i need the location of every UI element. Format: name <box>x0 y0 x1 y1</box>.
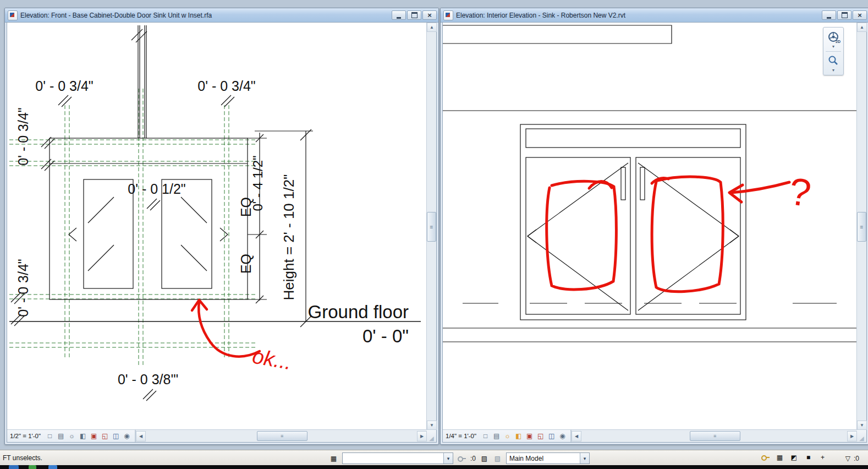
scroll-left-arrow[interactable]: ◀ <box>136 431 146 441</box>
left-bottom-bar: 1/2" = 1'-0" □ ▤ ☼ ◧ ▣ ◱ ◫ ◉ ◀ ≡ ▶ ◢ <box>7 429 436 442</box>
exclude-options-icon[interactable]: ▧ <box>493 454 502 463</box>
visual-style-icon[interactable]: ▤ <box>491 432 502 441</box>
select-pinned-icon[interactable]: ■ <box>804 452 813 462</box>
editable-only-key-icon[interactable] <box>457 454 466 463</box>
close-button[interactable]: × <box>853 10 867 20</box>
wheel-options-dropdown[interactable]: ▾ <box>832 44 834 49</box>
scroll-up-arrow[interactable]: ▲ <box>427 23 437 32</box>
sun-path-icon[interactable]: ◧ <box>78 432 88 441</box>
select-link-icon[interactable]: ◩ <box>789 452 799 462</box>
reveal-hidden-icon[interactable]: ◉ <box>122 432 132 441</box>
dim-side-label: 0' - 4 1/2" <box>250 155 265 211</box>
family-elevation-svg: 0' - 0 3/4" 0' - 0 3/4" 0' - 0 3/4" 0' -… <box>7 23 427 429</box>
detail-level-icon[interactable]: □ <box>45 432 55 441</box>
shadows-icon[interactable]: ☼ <box>67 432 77 441</box>
dim-eq-lower-label: EQ <box>238 254 254 274</box>
worksets-icon[interactable]: ▦ <box>329 454 338 463</box>
scroll-up-arrow[interactable]: ▲ <box>857 23 867 32</box>
taskbar-app-icon[interactable] <box>9 465 19 469</box>
right-horizontal-scrollbar[interactable]: ◀ ≡ ▶ <box>571 430 857 442</box>
dim-left-upper-label: 0' - 0 3/4" <box>15 107 31 165</box>
maximize-button[interactable] <box>407 10 421 20</box>
design-options-value: Main Model <box>507 455 580 462</box>
dim-height-label: Height = 2' - 10 1/2" <box>281 174 297 301</box>
minimize-icon <box>397 17 401 19</box>
crop-region-icon[interactable]: ◱ <box>100 432 110 441</box>
zoom-button[interactable] <box>825 53 842 68</box>
vertical-scroll-thumb[interactable]: ≡ <box>857 212 866 242</box>
red-scribble-left-door <box>547 181 617 290</box>
filter-icon[interactable]: ▽ <box>843 454 853 463</box>
dim-top-left-label: 0' - 0 3/4" <box>35 78 93 94</box>
window-family-elevation: Elevation: Front - Base Cabinet-Double D… <box>4 8 439 445</box>
reveal-hidden-icon[interactable]: ◉ <box>557 432 568 441</box>
temporary-hide-isolate-icon[interactable]: ◫ <box>111 432 121 441</box>
editable-only-count: :0 <box>470 455 476 462</box>
right-window-client: ? 2D ▾ <box>442 22 867 443</box>
navbar-divider <box>826 51 841 52</box>
taskbar-app-icon[interactable] <box>48 465 57 469</box>
vertical-scroll-thumb[interactable]: ≡ <box>427 212 436 242</box>
maximize-button[interactable] <box>837 10 851 20</box>
sun-path-icon[interactable]: ◧ <box>513 432 524 441</box>
window-resize-grip[interactable]: ◢ <box>857 430 866 442</box>
wheel-2d-label: 2D <box>836 40 840 43</box>
scroll-left-arrow[interactable]: ◀ <box>572 431 581 441</box>
red-arrow-annotation <box>192 300 260 357</box>
right-window-titlebar[interactable]: Elevation: Interior Elevation - Sink - R… <box>441 8 868 23</box>
right-drawing-area[interactable]: ? 2D ▾ <box>443 23 857 430</box>
left-vertical-scrollbar[interactable]: ▲ ≡ ▼ <box>426 23 436 430</box>
level-elevation-label: 0' - 0" <box>362 326 409 346</box>
navigation-bar[interactable]: 2D ▾ ▾ <box>823 27 844 75</box>
drag-on-selection-icon[interactable]: + <box>818 452 827 462</box>
magnifier-icon <box>828 55 839 66</box>
detail-level-icon[interactable]: □ <box>480 432 491 441</box>
scroll-right-arrow[interactable]: ▶ <box>417 431 427 441</box>
temporary-hide-isolate-icon[interactable]: ◫ <box>546 432 557 441</box>
left-horizontal-scrollbar[interactable]: ◀ ≡ ▶ <box>135 430 427 442</box>
crop-view-icon[interactable]: ▣ <box>524 432 535 441</box>
editing-requests-icon[interactable] <box>761 452 770 462</box>
design-options-icon[interactable]: ▨ <box>480 454 489 463</box>
horizontal-scroll-thumb[interactable]: ≡ <box>257 431 307 441</box>
left-window-client: 0' - 0 3/4" 0' - 0 3/4" 0' - 0 3/4" 0' -… <box>7 22 437 443</box>
worksharing-display-icon[interactable]: ▦ <box>775 452 784 462</box>
close-button[interactable]: × <box>422 10 437 20</box>
revit-file-icon <box>8 10 18 20</box>
status-message: FT unselects. <box>3 454 42 462</box>
interior-elevation-svg: ? <box>443 23 857 429</box>
scroll-right-arrow[interactable]: ▶ <box>847 431 857 441</box>
cabinet-elevation <box>50 25 248 299</box>
filter-count: :0 <box>854 455 859 462</box>
minimize-button[interactable] <box>822 10 836 20</box>
shadows-icon[interactable]: ☼ <box>502 432 513 441</box>
chevron-down-icon[interactable]: ▾ <box>443 453 453 463</box>
view-scale-button[interactable]: 1/4" = 1'-0" <box>446 433 476 439</box>
steering-wheel-button[interactable]: 2D <box>825 30 842 44</box>
chevron-down-icon[interactable]: ▾ <box>580 453 589 463</box>
crop-view-icon[interactable]: ▣ <box>89 432 99 441</box>
horizontal-scroll-thumb[interactable]: ≡ <box>690 431 740 441</box>
left-window-title: Elevation: Front - Base Cabinet-Double D… <box>20 12 389 19</box>
scroll-down-arrow[interactable]: ▼ <box>427 421 437 430</box>
right-vertical-scrollbar[interactable]: ▲ ≡ ▼ <box>856 23 866 430</box>
crop-region-icon[interactable]: ◱ <box>535 432 546 441</box>
scroll-down-arrow[interactable]: ▼ <box>857 421 867 430</box>
dim-center-gap-label: 0' - 0 1/2" <box>128 181 185 197</box>
level-name-label: Ground floor <box>308 302 409 322</box>
left-window-titlebar[interactable]: Elevation: Front - Base Cabinet-Double D… <box>5 8 438 23</box>
dim-left-lower-label: 0' - 0 3/4" <box>15 259 31 317</box>
window-resize-grip[interactable]: ◢ <box>427 430 436 442</box>
taskbar-app-icon[interactable] <box>29 465 36 469</box>
maximize-icon <box>411 12 417 18</box>
design-options-combobox[interactable]: Main Model ▾ <box>506 452 590 464</box>
left-drawing-area[interactable]: 0' - 0 3/4" 0' - 0 3/4" 0' - 0 3/4" 0' -… <box>7 23 427 430</box>
minimize-button[interactable] <box>392 10 406 20</box>
zoom-options-dropdown[interactable]: ▾ <box>832 68 834 73</box>
dim-top-right-label: 0' - 0 3/4" <box>197 78 255 94</box>
view-scale-button[interactable]: 1/2" = 1'-0" <box>10 433 41 439</box>
visual-style-icon[interactable]: ▤ <box>56 432 66 441</box>
right-window-title: Elevation: Interior Elevation - Sink - R… <box>456 12 820 19</box>
worksets-combobox[interactable]: ▾ <box>342 452 453 464</box>
right-bottom-bar: 1/4" = 1'-0" □ ▤ ☼ ◧ ▣ ◱ ◫ ◉ ◀ ≡ ▶ ◢ <box>443 429 866 442</box>
